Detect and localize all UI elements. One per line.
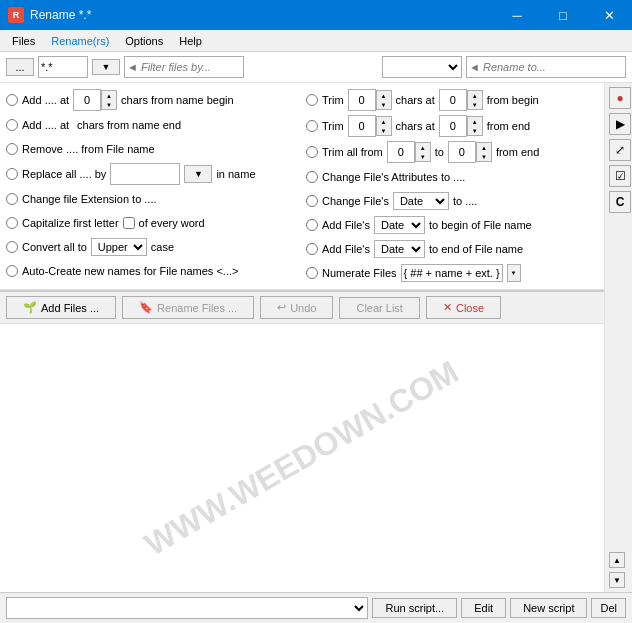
script-bar: Run script... Edit New script Del (0, 592, 632, 623)
rename-input[interactable] (466, 56, 626, 78)
clear-list-button[interactable]: Clear List (339, 297, 419, 319)
spinner-trim-begin1-down[interactable]: ▼ (377, 100, 391, 109)
label-case: case (151, 241, 174, 253)
radio-remove[interactable] (6, 143, 18, 155)
watermark: WWW.WEEDOWN.COM (0, 324, 604, 592)
spinner-trim-all1-down[interactable]: ▼ (416, 152, 430, 161)
label-change-files: Change File's (322, 195, 389, 207)
spinner-begin-down[interactable]: ▼ (102, 100, 116, 109)
replace-input[interactable] (110, 163, 180, 185)
radio-add-files-end[interactable] (306, 243, 318, 255)
spinner-begin-up[interactable]: ▲ (102, 91, 116, 100)
minimize-button[interactable]: ─ (494, 0, 540, 30)
wildcard-input[interactable] (38, 56, 88, 78)
radio-add-end[interactable] (6, 119, 18, 131)
wildcard-dropdown[interactable]: ▼ (92, 59, 120, 75)
label-trim-all: Trim all from (322, 146, 383, 158)
spinner-trim-end1-input[interactable] (348, 115, 376, 137)
option-add-begin: Add .... at ▲ ▼ chars from name begin (6, 89, 298, 111)
spinner-trim-begin2-down[interactable]: ▼ (468, 100, 482, 109)
spinner-trim-all1-up[interactable]: ▲ (416, 143, 430, 152)
close-button[interactable]: ✕ Close (426, 296, 501, 319)
spinner-trim-end1-up[interactable]: ▲ (377, 117, 391, 126)
spinner-trim-begin2-up[interactable]: ▲ (468, 91, 482, 100)
label-add-files-end: Add File's (322, 243, 370, 255)
spinner-trim-all2-input[interactable] (448, 141, 476, 163)
radio-add-files-begin[interactable] (306, 219, 318, 231)
close-window-button[interactable]: ✕ (586, 0, 632, 30)
label-numerate: Numerate Files (322, 267, 397, 279)
radio-numerate[interactable] (306, 267, 318, 279)
spinner-trim-begin2-input[interactable] (439, 89, 467, 111)
icon-btn-play[interactable]: ▶ (609, 113, 631, 135)
menu-files[interactable]: Files (4, 33, 43, 49)
script-select[interactable] (6, 597, 368, 619)
filter-input[interactable] (124, 56, 244, 78)
radio-change-files[interactable] (306, 195, 318, 207)
spinner-trim-begin1-up[interactable]: ▲ (377, 91, 391, 100)
label-change-ext: Change file Extension to .... (22, 193, 157, 205)
label-to: to (435, 146, 444, 158)
menu-rename[interactable]: Rename(rs) (43, 33, 117, 49)
add-files-button[interactable]: 🌱 Add Files ... (6, 296, 116, 319)
scroll-up-btn[interactable]: ▲ (609, 552, 625, 568)
spinner-trim-end1-down[interactable]: ▼ (377, 126, 391, 135)
icon-btn-resize[interactable]: ⤢ (609, 139, 631, 161)
radio-auto-create[interactable] (6, 265, 18, 277)
label-chars-begin: chars from name begin (121, 94, 234, 106)
label-from-begin: from begin (487, 94, 539, 106)
edit-button[interactable]: Edit (461, 598, 506, 618)
icon-btn-c[interactable]: C (609, 191, 631, 213)
rename-select[interactable] (382, 56, 462, 78)
spinner-trim-end2-input[interactable] (439, 115, 467, 137)
spinner-trim-all2-down[interactable]: ▼ (477, 152, 491, 161)
icon-btn-1[interactable]: ● (609, 87, 631, 109)
undo-button[interactable]: ↩ Undo (260, 296, 333, 319)
rename-files-label: Rename Files ... (157, 302, 237, 314)
option-add-files-end: Add File's Date Time to end of File name (306, 239, 598, 259)
radio-replace[interactable] (6, 168, 18, 180)
rename-files-button[interactable]: 🔖 Rename Files ... (122, 296, 254, 319)
spinner-trim-begin1-input[interactable] (348, 89, 376, 111)
menu-options[interactable]: Options (117, 33, 171, 49)
numerate-dropdown[interactable]: ▼ (507, 264, 521, 282)
spinner-trim-all1-input[interactable] (387, 141, 415, 163)
radio-change-ext[interactable] (6, 193, 18, 205)
replace-dropdown[interactable]: ▼ (184, 165, 212, 183)
radio-change-attr[interactable] (306, 171, 318, 183)
browse-button[interactable]: ... (6, 58, 34, 76)
radio-add-begin[interactable] (6, 94, 18, 106)
spinner-trim-end2-down[interactable]: ▼ (468, 126, 482, 135)
radio-trim-begin[interactable] (306, 94, 318, 106)
add-files-begin-select[interactable]: Date Time (374, 216, 425, 234)
spinner-add-begin: ▲ ▼ (73, 89, 117, 111)
option-trim-begin: Trim ▲ ▼ chars at ▲ (306, 89, 598, 111)
del-button[interactable]: Del (591, 598, 626, 618)
radio-convert[interactable] (6, 241, 18, 253)
menu-bar: Files Rename(rs) Options Help (0, 30, 632, 52)
label-change-attr: Change File's Attributes to .... (322, 171, 465, 183)
menu-help[interactable]: Help (171, 33, 210, 49)
radio-trim-end[interactable] (306, 120, 318, 132)
label-trim-end: Trim (322, 120, 344, 132)
option-capitalize: Capitalize first letter of every word (6, 213, 298, 233)
new-script-button[interactable]: New script (510, 598, 587, 618)
label-convert: Convert all to (22, 241, 87, 253)
add-files-end-select[interactable]: Date Time (374, 240, 425, 258)
scroll-down-btn[interactable]: ▼ (609, 572, 625, 588)
change-files-select[interactable]: Date Time Name (393, 192, 449, 210)
spinner-begin-input[interactable] (73, 89, 101, 111)
spinner-trim-end2-up[interactable]: ▲ (468, 117, 482, 126)
convert-select[interactable]: Upper Lower Title (91, 238, 147, 256)
option-trim-end: Trim ▲ ▼ chars at ▲ (306, 115, 598, 137)
run-script-button[interactable]: Run script... (372, 598, 457, 618)
radio-trim-all[interactable] (306, 146, 318, 158)
radio-capitalize[interactable] (6, 217, 18, 229)
maximize-button[interactable]: □ (540, 0, 586, 30)
checkbox-capitalize[interactable] (123, 217, 135, 229)
icon-btn-check[interactable]: ☑ (609, 165, 631, 187)
spinner-trim-all2: ▲ ▼ (448, 141, 492, 163)
spinner-trim-all2-up[interactable]: ▲ (477, 143, 491, 152)
spinner-trim-all1-btns: ▲ ▼ (415, 142, 431, 162)
numerate-input-group: { ## + name + ext. } (401, 264, 503, 282)
